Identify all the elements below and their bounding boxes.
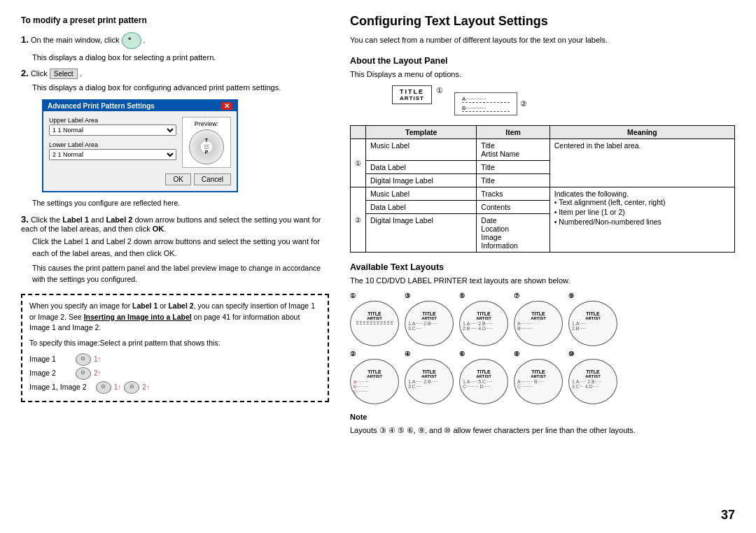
upper-label-row: Upper Label Area 1 1 Normal 2 1 Normal: [49, 117, 176, 136]
dialog-cancel-button[interactable]: Cancel: [194, 173, 231, 185]
step-1-text: On the main window, click: [31, 36, 120, 44]
image12-arrow1: 1↑: [114, 382, 122, 393]
layout-num-3: ③: [405, 292, 410, 299]
layout-artist-7: ARTIST: [514, 316, 562, 320]
image2-label: Image 2: [29, 367, 56, 379]
th-empty: [351, 126, 366, 139]
layout-item-10: ⑩ TITLE ARTIST 1.A····· 2.B····· 3.C··· …: [568, 350, 617, 404]
layout-disc-4: TITLE ARTIST 1.A····· 2.B····· 3.C·····: [405, 359, 454, 404]
dashed-para2: To specify this image:Select a print pat…: [29, 338, 321, 349]
step-1-note: This displays a dialog box for selecting…: [32, 52, 329, 64]
layout-artist-2: ARTIST: [351, 374, 398, 378]
left-column: To modify a preset print pattern 1. On t…: [21, 14, 329, 519]
layout-num-4: ④: [405, 350, 410, 357]
layout-title-6: TITLE: [460, 369, 507, 374]
step-2-prefix: Click: [31, 69, 48, 78]
step-3-result-note: This causes the print pattern panel and …: [32, 263, 329, 285]
about-panel-title: About the Layout Panel: [350, 56, 735, 66]
step-3-note: Click the Label 1 and Label 2 down arrow…: [32, 236, 329, 259]
dialog-ok-button[interactable]: OK: [165, 173, 190, 185]
lower-label-row: Lower Label Area 2 1 Normal 1 1 Normal: [49, 141, 176, 160]
item-title-1: Title: [477, 161, 550, 174]
diagram-label-box1: TITLE ARTIST: [392, 85, 432, 104]
config-desc: You can select from a number of differen…: [350, 34, 735, 46]
step-1-number: 1.: [21, 34, 29, 45]
th-template: Template: [366, 126, 477, 139]
preset-section-title: To modify a preset print pattern: [21, 14, 329, 27]
meaning-indicates-header: Indicates the following.: [554, 190, 629, 198]
layout-artist-8: ARTIST: [514, 374, 562, 378]
layout-item-7: ⑦ TITLE ARTIST A········· B·········: [514, 292, 563, 346]
preview-disc: T P: [189, 129, 224, 164]
dashed-para1: When you specify an image for Label 1 or…: [29, 301, 321, 334]
layout-num-8: ⑧: [514, 350, 519, 357]
dashed-note-box: When you specify an image for Label 1 or…: [21, 294, 329, 402]
layout-title-1: TITLE: [351, 311, 398, 316]
diagram-title-text: TITLE: [400, 88, 424, 95]
layout-artist-5: ARTIST: [460, 316, 507, 320]
layout-item-4: ④ TITLE ARTIST 1.A····· 2.B····· 3.C····…: [405, 350, 454, 404]
layout-disc-7: TITLE ARTIST A········· B·········: [514, 301, 563, 346]
image12-label: Image 1, Image 2: [29, 381, 87, 393]
layout-num-2: ②: [350, 350, 356, 357]
item-date-location: DateLocationImageInformation: [477, 214, 550, 253]
layout-artist-10: ARTIST: [569, 374, 617, 378]
layout-line-1a: [356, 321, 393, 322]
image1-label: Image 1: [29, 353, 56, 365]
step-3-text: Click the Label 1 and Label 2 down arrow…: [21, 215, 321, 233]
dialog-title-text: Advanced Print Pattern Settings: [48, 102, 155, 110]
diagram-label-box2: A············· B·············: [454, 92, 517, 115]
step-2-period: .: [80, 69, 82, 78]
dialog-close-button[interactable]: ✕: [221, 102, 232, 110]
template-data-label-1: Data Label: [366, 161, 477, 174]
layout-disc-5: TITLE ARTIST 1.A····· 2.B····· 2.B····· …: [459, 301, 508, 346]
image12-arrow2: 2↑: [142, 382, 150, 393]
layout-lines-4: 1.A····· 2.B····· 3.C·····: [408, 379, 450, 389]
layout-lines-9: 1.A····· 2.B·····: [572, 321, 614, 331]
step-1: 1. On the main window, click . This disp…: [21, 32, 329, 64]
layout-item-3: ③ TITLE ARTIST 1.A····· 2.B····· 3.C····…: [405, 292, 454, 346]
upper-label-select[interactable]: 1 1 Normal 2 1 Normal: [49, 125, 176, 136]
th-meaning: Meaning: [550, 126, 734, 139]
layout-disc-9: TITLE ARTIST 1.A····· 2.B·····: [568, 301, 617, 346]
layout-lines-5: 1.A····· 2.B····· 2.B····· 4.D·····: [463, 321, 505, 331]
dialog-preview-panel: Preview: T P: [182, 117, 231, 168]
template-music-label-1: Music Label: [366, 139, 477, 161]
layout-item-1: ① TITLE ARTIST: [350, 292, 399, 346]
template-music-label-2: Music Label: [366, 187, 477, 201]
layout-item-6: ⑥ TITLE ARTIST 1.A····· 5.C····· C······…: [459, 350, 508, 404]
meaning-bullet-2: Item per line (1 or 2): [554, 208, 730, 216]
layout-num-7: ⑦: [514, 292, 519, 299]
layout-title-2: TITLE: [351, 369, 398, 374]
image1-icon: ⊙: [76, 353, 91, 366]
lower-label-label: Lower Label Area: [49, 141, 176, 148]
upper-label-label: Upper Label Area: [49, 117, 176, 124]
layout-artist-1: ARTIST: [351, 316, 398, 320]
note-text: Layouts ③ ④ ⑤ ⑥, ⑨, and ⑩ allow fewer ch…: [350, 425, 735, 436]
item-title-2: Title: [477, 174, 550, 187]
layout-num-9: ⑨: [568, 292, 574, 299]
dialog-left-panel: Upper Label Area 1 1 Normal 2 1 Normal L…: [49, 117, 176, 168]
image2-arrow: 2↑: [94, 368, 102, 379]
item-tracks: Tracks: [477, 187, 550, 201]
layout-disc-10: TITLE ARTIST 1.A····· 2.B····· 3.C··· 4.…: [568, 359, 617, 404]
layout-title-4: TITLE: [405, 369, 453, 374]
lower-label-select[interactable]: 2 1 Normal 1 1 Normal: [49, 149, 176, 160]
preview-label: Preview:: [195, 120, 219, 127]
layout-num-1: ①: [350, 292, 356, 299]
layout-item-2: ② TITLE ARTIST a········· b········· c··…: [350, 350, 399, 404]
config-title: Configuring Text Layout Settings: [350, 14, 735, 29]
layout-title-9: TITLE: [569, 311, 617, 316]
meaning-bullet-3: Numbered/Non-numbered lines: [554, 218, 730, 226]
image1-arrow: 1↑: [94, 354, 102, 365]
right-column: Configuring Text Layout Settings You can…: [350, 14, 735, 519]
layout-item-9: ⑨ TITLE ARTIST 1.A····· 2.B·····: [568, 292, 617, 346]
layout-title-10: TITLE: [569, 369, 617, 374]
layout-artist-4: ARTIST: [405, 374, 453, 378]
layout-lines-8: A········· B····· C·········: [517, 379, 559, 389]
row-num-1: ①: [351, 139, 366, 187]
about-panel-desc: This Displays a menu of options.: [350, 69, 735, 80]
image1-row: Image 1 ⊙ 1↑: [29, 353, 321, 366]
table-header-row: Template Item Meaning: [351, 126, 735, 139]
image2-icon: ⊙: [76, 367, 91, 380]
